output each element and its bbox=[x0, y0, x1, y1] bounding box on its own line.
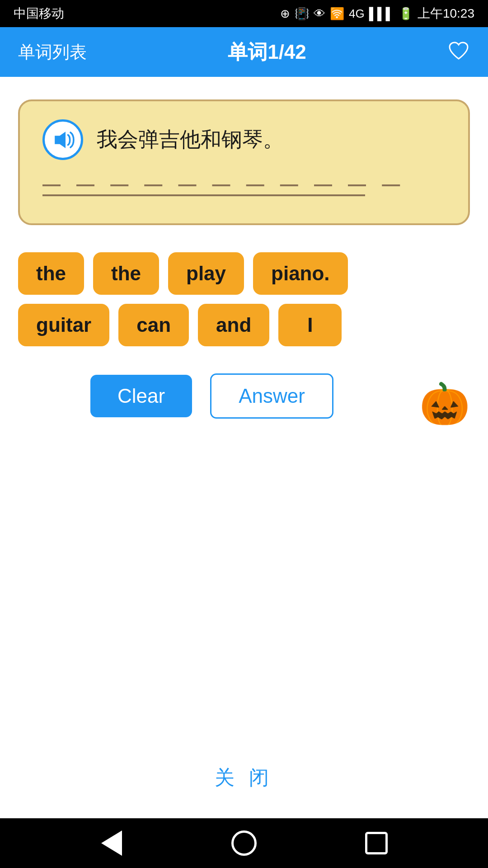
nav-bar: 单词列表 单词1/42 bbox=[0, 27, 488, 77]
clear-button[interactable]: Clear bbox=[90, 375, 192, 417]
signal-bars-icon: ▌▌▌ bbox=[369, 7, 394, 21]
nav-title: 单词1/42 bbox=[228, 39, 306, 66]
word-button-I[interactable]: I bbox=[278, 304, 342, 346]
pumpkin-decoration: 🎃 bbox=[419, 380, 470, 428]
eye-icon: 👁 bbox=[314, 7, 325, 21]
status-bar: 中国移动 ⊕ 📳 👁 🛜 4G ▌▌▌ 🔋 上午10:23 bbox=[0, 0, 488, 27]
recent-nav-icon bbox=[365, 832, 388, 854]
wifi-icon: 🛜 bbox=[330, 7, 344, 21]
sentence-card: 我会弹吉他和钢琴。 — — — — — — — — — — — bbox=[18, 99, 470, 225]
answer-dashes: — — — — — — — — — — — bbox=[42, 174, 365, 196]
home-nav-button[interactable] bbox=[226, 825, 262, 861]
word-button-the-2[interactable]: the bbox=[93, 252, 159, 295]
word-button-play[interactable]: play bbox=[168, 252, 244, 295]
battery-icon: 🔋 bbox=[399, 7, 413, 21]
signal-icon: 4G bbox=[349, 7, 365, 21]
sentence-top: 我会弹吉他和钢琴。 bbox=[42, 119, 446, 160]
status-icons: ⊕ 📳 👁 🛜 4G ▌▌▌ 🔋 上午10:23 bbox=[280, 5, 474, 22]
back-nav-icon bbox=[101, 830, 122, 856]
word-button-and[interactable]: and bbox=[198, 304, 269, 346]
chinese-sentence: 我会弹吉他和钢琴。 bbox=[97, 126, 284, 154]
answer-line: — — — — — — — — — — — bbox=[42, 178, 446, 196]
back-nav-button[interactable] bbox=[94, 825, 130, 861]
answer-button[interactable]: Answer bbox=[210, 373, 333, 419]
word-button-can[interactable]: can bbox=[118, 304, 189, 346]
word-buttons-area: the the play piano. guitar can and I bbox=[18, 252, 470, 346]
carrier-text: 中国移动 bbox=[14, 5, 64, 22]
svg-marker-0 bbox=[55, 132, 66, 148]
main-content: 我会弹吉他和钢琴。 — — — — — — — — — — — the the … bbox=[0, 77, 488, 818]
favorite-button[interactable] bbox=[447, 40, 470, 64]
recent-nav-button[interactable] bbox=[358, 825, 394, 861]
word-button-guitar[interactable]: guitar bbox=[18, 304, 109, 346]
vibrate-icon: 📳 bbox=[295, 7, 309, 21]
close-area: 关 闭 bbox=[18, 746, 470, 805]
nav-back-label[interactable]: 单词列表 bbox=[18, 41, 87, 64]
word-button-the-1[interactable]: the bbox=[18, 252, 84, 295]
speaker-button[interactable] bbox=[42, 119, 83, 160]
close-button[interactable]: 关 闭 bbox=[215, 764, 273, 791]
word-row-1: the the play piano. bbox=[18, 252, 470, 295]
nfc-icon: ⊕ bbox=[280, 7, 290, 21]
bottom-nav bbox=[0, 818, 488, 868]
action-buttons: Clear Answer 🎃 bbox=[18, 373, 470, 419]
time-text: 上午10:23 bbox=[418, 5, 474, 22]
home-nav-icon bbox=[231, 830, 257, 856]
word-button-piano[interactable]: piano. bbox=[253, 252, 348, 295]
word-row-2: guitar can and I bbox=[18, 304, 470, 346]
